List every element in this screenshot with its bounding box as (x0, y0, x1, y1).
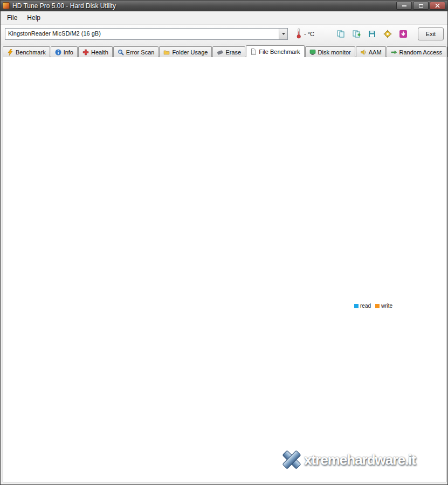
hdtune-window: HD Tune Pro 5.00 - Hard Disk Utility Fil… (0, 0, 448, 485)
app-icon (3, 2, 10, 9)
tab-label: AAM (369, 49, 382, 56)
xtremehardware-logo-icon (281, 449, 302, 470)
close-icon (435, 3, 440, 8)
legend-item-write: write (375, 303, 392, 309)
monitor-icon (309, 49, 316, 56)
legend-swatch (354, 304, 359, 308)
watermark-text: xtremehardware.it (304, 452, 416, 468)
info-icon (55, 49, 61, 56)
thermometer-icon (295, 27, 302, 39)
title-bar: HD Tune Pro 5.00 - Hard Disk Utility (1, 1, 447, 11)
temperature-label: - °C (304, 31, 314, 37)
menu-file[interactable]: File (2, 12, 22, 24)
eraser-icon (217, 49, 223, 56)
tab-folder-usage[interactable]: Folder Usage (159, 46, 212, 57)
chevron-down-icon (279, 29, 287, 39)
tab-label: File Benchmark (259, 48, 300, 55)
device-selector[interactable]: KingstonReader MicSD/M2 (16 gB) (5, 28, 288, 40)
magnifier-icon (118, 49, 124, 56)
xtremehardware-watermark: xtremehardware.it (281, 449, 416, 470)
tab-strip: BenchmarkInfoHealthError ScanFolder Usag… (3, 45, 448, 57)
tab-label: Folder Usage (172, 49, 208, 56)
legend-swatch (375, 304, 380, 308)
tab-info[interactable]: Info (51, 46, 78, 57)
tab-label: Erase (225, 49, 241, 56)
legend-item-read: read (354, 303, 371, 309)
gear-icon (383, 30, 392, 38)
tab-label: Health (91, 49, 108, 56)
window-title: HD Tune Pro 5.00 - Hard Disk Utility (12, 2, 394, 10)
floppy-icon (368, 30, 376, 38)
tab-benchmark[interactable]: Benchmark (3, 46, 50, 57)
speaker-icon (360, 49, 367, 56)
tab-file-benchmark[interactable]: File Benchmark (246, 45, 304, 57)
maximize-button[interactable] (413, 2, 429, 10)
tab-label: Benchmark (16, 49, 46, 56)
tab-label: Disk monitor (318, 49, 351, 56)
copy-results-button[interactable] (349, 27, 363, 40)
maximize-icon (419, 4, 423, 8)
tab-random-access[interactable]: Random Access (387, 46, 446, 57)
pages-icon (336, 30, 345, 38)
tab-label: Info (64, 49, 73, 56)
exit-button[interactable]: Exit (418, 27, 444, 40)
health-cross-icon (82, 49, 89, 56)
minimize-icon (402, 5, 406, 6)
capture-button[interactable] (396, 27, 410, 40)
device-selector-value: KingstonReader MicSD/M2 (16 gB) (5, 29, 279, 39)
minimize-button[interactable] (396, 2, 412, 10)
tab-aam[interactable]: AAM (356, 46, 386, 57)
tab-erase[interactable]: Erase (212, 46, 245, 57)
tab-disk-monitor[interactable]: Disk monitor (305, 46, 355, 57)
save-button[interactable] (365, 27, 379, 40)
pages-plus-icon (352, 30, 361, 38)
menu-help[interactable]: Help (22, 12, 45, 24)
tab-error-scan[interactable]: Error Scan (113, 46, 159, 57)
tab-health[interactable]: Health (78, 46, 113, 57)
close-button[interactable] (430, 2, 445, 10)
folder-icon (163, 49, 170, 56)
file-icon (250, 48, 257, 55)
download-icon (399, 30, 408, 38)
random-icon (391, 49, 397, 56)
toolbar-buttons (334, 27, 410, 40)
chart-legend: readwrite (354, 303, 392, 309)
menu-bar: FileHelp (1, 11, 447, 25)
tab-label: Error Scan (126, 49, 155, 56)
copy-pages-button[interactable] (334, 27, 348, 40)
tab-label: Random Access (399, 49, 442, 56)
options-button[interactable] (381, 27, 395, 40)
file-benchmark-page (3, 57, 446, 482)
legend-label: write (381, 303, 392, 309)
legend-label: read (360, 303, 371, 309)
lightning-icon (7, 49, 13, 56)
